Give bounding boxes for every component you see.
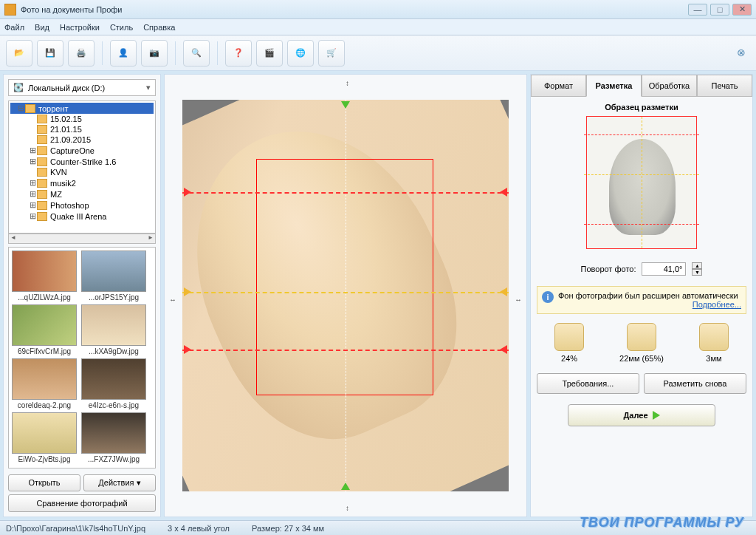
canvas-panel: ↕ ↕ ↔ ↔	[164, 74, 527, 517]
tree-item[interactable]: ⊞Quake III Arena	[10, 211, 154, 222]
marker-yellow-right[interactable]	[500, 287, 507, 296]
toolbar: 📂 💾 🖨️ 👤 📷 🔍 ❓ 🎬 🌐 🛒 ⊗	[0, 35, 756, 71]
tree-item[interactable]: ⊞musik2	[10, 177, 154, 188]
tab-Печать[interactable]: Печать	[697, 75, 752, 96]
tree-item[interactable]: 21.01.15	[10, 124, 154, 134]
status-path: D:\Прохо\Гагарина\1\k7ls4hoTUnY.jpq	[6, 524, 145, 533]
rotation-input[interactable]	[642, 262, 686, 276]
minimize-button[interactable]: —	[688, 4, 707, 16]
sample-preview	[586, 116, 697, 249]
thumbnail-grid[interactable]: ...qUZlLWzA.jpg...orJPS15Y.jpg69cFifxvCr…	[8, 247, 156, 468]
toolbar-close-icon[interactable]: ⊗	[737, 47, 750, 60]
thumbnail[interactable]: coreldeaq-2.png	[12, 358, 77, 409]
help-button[interactable]: ❓	[225, 40, 252, 67]
print-button[interactable]: 🖨️	[68, 40, 94, 67]
capture-button[interactable]: 🔍	[183, 40, 210, 67]
requirements-button[interactable]: Требования...	[537, 373, 639, 394]
thumbnail[interactable]: 69cFifxvCrM.jpg	[12, 304, 77, 355]
tree-item[interactable]: 15.02.15	[10, 114, 154, 124]
window-title: Фото на документы Профи	[21, 5, 688, 14]
rotation-up[interactable]: ▲	[692, 262, 702, 269]
thumbnail[interactable]: EiWo-ZjvBts.jpg	[12, 412, 77, 463]
marker-green-bottom[interactable]	[341, 483, 350, 490]
info-icon: i	[542, 291, 554, 303]
watermark: ТВОИ ПРОГРАММЫ РУ	[580, 515, 744, 531]
crop-rectangle[interactable]	[256, 159, 433, 395]
nudge-up[interactable]: ↕	[346, 79, 349, 87]
app-icon	[4, 4, 16, 16]
open-button[interactable]: Открыть	[8, 474, 80, 491]
next-button[interactable]: Далее	[568, 404, 715, 426]
metric: 24%	[554, 323, 584, 363]
thumbnail[interactable]: ...FXZ7JWw.jpg	[81, 412, 146, 463]
left-panel: 💽 Локальный диск (D:) ▾ ⊟торрент15.02.15…	[3, 74, 161, 517]
right-panel: ФорматРазметкаОбработкаПечать Образец ра…	[530, 74, 753, 517]
photo-canvas[interactable]	[182, 100, 509, 491]
marker-yellow-left[interactable]	[184, 287, 191, 296]
status-size: Размер: 27 x 34 мм	[252, 524, 324, 533]
cart-button[interactable]: 🛒	[318, 40, 345, 67]
rotation-label: Поворот фото:	[581, 265, 636, 273]
top-guide[interactable]	[182, 192, 509, 194]
thumbnail[interactable]: ...orJPS15Y.jpg	[81, 251, 146, 301]
menu-Справка[interactable]: Справка	[143, 23, 175, 32]
marker-red-right[interactable]	[500, 188, 507, 197]
remark-button[interactable]: Разметить снова	[644, 373, 746, 394]
tab-Разметка[interactable]: Разметка	[586, 75, 642, 97]
nudge-left[interactable]: ↔	[169, 296, 176, 304]
menu-Файл[interactable]: Файл	[4, 23, 24, 32]
menu-Вид[interactable]: Вид	[35, 23, 49, 32]
tree-item[interactable]: ⊞CaptureOne	[10, 145, 154, 156]
profile-button[interactable]: 👤	[110, 40, 137, 67]
tree-item[interactable]: KVN	[10, 167, 154, 177]
drive-icon: 💽	[13, 83, 24, 92]
rotation-down[interactable]: ▼	[692, 269, 702, 276]
tree-item[interactable]: 21.09.2015	[10, 134, 154, 145]
drive-selector[interactable]: 💽 Локальный диск (D:) ▾	[8, 79, 156, 96]
chin-guide[interactable]	[182, 350, 509, 351]
folder-tree[interactable]: ⊟торрент15.02.1521.01.1521.09.2015⊞Captu…	[8, 100, 156, 234]
compare-photos-button[interactable]: Сравнение фотографий	[8, 494, 156, 512]
close-button[interactable]: ✕	[732, 4, 752, 16]
marker-red-left-bottom[interactable]	[184, 345, 191, 354]
sample-face	[609, 139, 676, 235]
info-notice: i Фон фотографии был расширен автоматиче…	[537, 286, 746, 314]
metric: 22мм (65%)	[619, 323, 664, 363]
sample-title: Образец разметки	[537, 103, 746, 112]
arrow-right-icon	[653, 411, 660, 420]
thumbnail[interactable]: ...qUZlLWzA.jpg	[12, 251, 77, 301]
info-link[interactable]: Подробнее...	[558, 300, 741, 309]
tabs: ФорматРазметкаОбработкаПечать	[531, 75, 752, 97]
thumbnail[interactable]: ...kXA9gDw.jpg	[81, 304, 146, 355]
open-folder-button[interactable]: 📂	[6, 40, 32, 67]
marker-red-left[interactable]	[184, 188, 191, 197]
menu-Настройки[interactable]: Настройки	[60, 23, 100, 32]
web-button[interactable]: 🌐	[287, 40, 314, 67]
nudge-right[interactable]: ↔	[515, 296, 522, 304]
tree-item[interactable]: ⊞Photoshop	[10, 200, 154, 211]
drive-label: Локальный диск (D:)	[28, 84, 105, 92]
eye-guide[interactable]	[182, 292, 509, 293]
marker-green-top[interactable]	[341, 101, 350, 109]
camera-button[interactable]: 📷	[141, 40, 168, 67]
save-button[interactable]: 💾	[37, 40, 63, 67]
tab-Обработка[interactable]: Обработка	[642, 75, 697, 96]
actions-button[interactable]: Действия ▾	[83, 474, 156, 491]
tree-item[interactable]: ⊞Counter-Strike 1.6	[10, 156, 154, 167]
center-guide	[346, 100, 346, 491]
nudge-down[interactable]: ↕	[346, 504, 349, 512]
info-text: Фон фотографии был расширен автоматическ…	[558, 291, 741, 300]
metric: 3мм	[699, 323, 729, 363]
title-bar: Фото на документы Профи — □ ✕	[0, 0, 756, 19]
metrics-row: 24%22мм (65%)3мм	[537, 323, 746, 363]
tab-Формат[interactable]: Формат	[531, 75, 586, 96]
rotation-control: Поворот фото: ▲ ▼	[537, 262, 746, 276]
tree-item[interactable]: ⊞MZ	[10, 188, 154, 200]
maximize-button[interactable]: □	[710, 4, 729, 16]
menu-Стиль[interactable]: Стиль	[110, 23, 133, 32]
thumbnail[interactable]: e4Izc-e6n-s.jpg	[81, 358, 146, 409]
tree-item[interactable]: ⊟торрент	[10, 103, 154, 114]
video-button[interactable]: 🎬	[256, 40, 283, 67]
marker-red-right-bottom[interactable]	[500, 345, 507, 354]
horizontal-scrollbar[interactable]	[8, 234, 156, 244]
